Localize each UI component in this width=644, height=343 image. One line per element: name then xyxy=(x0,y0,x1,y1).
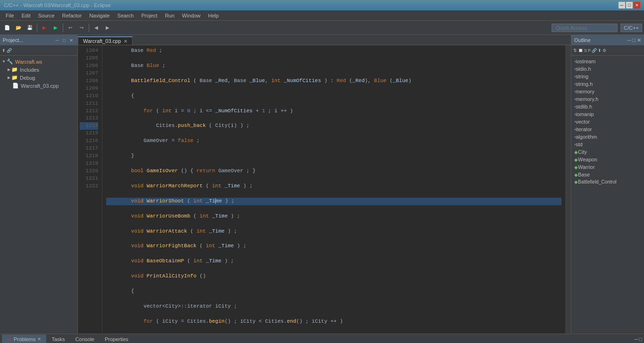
tab-problems[interactable]: ⚠ Problems ✕ xyxy=(2,335,46,343)
forward-button[interactable]: ▶ xyxy=(102,23,113,33)
minimize-outline-button[interactable]: ─ xyxy=(627,37,631,43)
code-line-1218: void BaseObtainHP ( int _Time ) ; xyxy=(106,258,561,265)
maximize-panel-button[interactable]: □ xyxy=(61,37,67,43)
outline-item-stdio[interactable]: ▪ stdio.h xyxy=(571,65,644,73)
code-editor[interactable]: Base Red ; Base Blue ; Battlefield_Contr… xyxy=(102,45,565,334)
code-line-1209: Cities.push_back ( City(i) ) ; xyxy=(106,122,561,130)
code-line-1206: Battlefield_Control ( Base _Red, Base _B… xyxy=(106,77,561,85)
code-line-1211: } xyxy=(106,152,561,160)
code-line-1219: void PrintAllCityInfo () xyxy=(106,273,561,280)
outline-item-city[interactable]: ◆ City xyxy=(571,148,644,156)
outline-label-memoryh: memory.h xyxy=(576,96,598,102)
tree-item-includes[interactable]: ▶ 📁 Includes xyxy=(0,66,77,74)
tab-console[interactable]: Console xyxy=(70,335,100,343)
redo-button[interactable]: ↪ xyxy=(76,23,87,33)
undo-button[interactable]: ↩ xyxy=(65,23,75,33)
minimize-panel-button[interactable]: ─ xyxy=(54,37,60,43)
close-editor-tab[interactable]: ✕ xyxy=(124,39,127,44)
code-line-1213: void WarriorMarchReport ( int _Time ) ; xyxy=(106,183,561,190)
line-num-1204: 1204 xyxy=(80,47,98,55)
open-button[interactable]: 📂 xyxy=(13,23,24,33)
outline-item-weapon[interactable]: ◆ Weapon xyxy=(571,156,644,163)
editor-tab-label: Warcraft_03.cpp xyxy=(83,38,121,44)
outline-hide-static-button[interactable]: S xyxy=(584,48,587,53)
outline-sync-button[interactable]: 🔗 xyxy=(592,48,597,53)
outline-label-std: std xyxy=(576,142,583,147)
link-editor-button[interactable]: 🔗 xyxy=(7,48,12,53)
tasks-tab-label: Tasks xyxy=(51,336,65,342)
outline-item-base[interactable]: ◆ Base xyxy=(571,171,644,178)
outline-item-stringh[interactable]: ▪ string.h xyxy=(571,80,644,88)
line-num-1211: 1211 xyxy=(80,100,98,108)
run-button[interactable]: ▶ xyxy=(50,23,61,33)
menu-navigate[interactable]: Navigate xyxy=(85,12,113,19)
class-icon-battlefield: ◆ xyxy=(574,179,578,184)
save-button[interactable]: 💾 xyxy=(25,23,35,33)
back-button[interactable]: ◀ xyxy=(91,23,101,33)
tree-label-warcraft: Warcraft.ws xyxy=(15,59,42,65)
outline-item-memory[interactable]: ▪ memory xyxy=(571,88,644,95)
editor-tab-warcraft[interactable]: Warcraft_03.cpp ✕ xyxy=(78,36,133,45)
minimize-bottom-button[interactable]: ─ xyxy=(635,336,638,342)
minimize-button[interactable]: ─ xyxy=(619,2,625,8)
tree-arrow-includes: ▶ xyxy=(8,67,10,72)
outline-settings-button[interactable]: ⚙ xyxy=(602,48,606,53)
menu-run[interactable]: Run xyxy=(161,12,178,19)
new-button[interactable]: 📄 xyxy=(2,23,12,33)
line-num-1215: 1215 xyxy=(80,130,98,137)
line-num-1210: 1210 xyxy=(80,92,98,100)
outline-hide-fields-button[interactable]: 🔲 xyxy=(578,48,583,53)
tree-item-warcraft[interactable]: ▼ 🔧 Warcraft.ws xyxy=(0,58,77,66)
outline-collapse-button[interactable]: ⬆ xyxy=(598,48,602,53)
menu-source[interactable]: Source xyxy=(34,12,59,19)
outline-item-memoryh[interactable]: ▪ memory.h xyxy=(571,95,644,103)
tab-tasks[interactable]: Tasks xyxy=(46,335,70,343)
toolbar-separator-1 xyxy=(37,24,37,32)
outline-item-std[interactable]: ▪ std xyxy=(571,141,644,148)
outline-item-string[interactable]: ▪ string xyxy=(571,73,644,80)
tab-properties[interactable]: Properties xyxy=(100,335,134,343)
outline-item-stdlib[interactable]: ▪ stdlib.h xyxy=(571,103,644,110)
close-button[interactable]: ✕ xyxy=(634,2,640,8)
menu-project[interactable]: Project xyxy=(137,12,161,19)
outline-label-algorithm: algorithm xyxy=(576,134,597,140)
collapse-all-button[interactable]: ⬆ xyxy=(2,48,6,53)
menu-refactor[interactable]: Refactor xyxy=(59,12,86,19)
outline-item-vector[interactable]: ▪ vector xyxy=(571,118,644,125)
outline-sort-button[interactable]: ⇅ xyxy=(573,48,577,53)
outline-item-iterator[interactable]: ▪ iterator xyxy=(571,125,644,133)
code-line-1220: { xyxy=(106,288,561,295)
menu-file[interactable]: File xyxy=(2,12,18,19)
close-problems-tab[interactable]: ✕ xyxy=(37,336,41,342)
menu-edit[interactable]: Edit xyxy=(18,12,34,19)
line-num-1218: 1218 xyxy=(80,152,98,160)
outline-item-algorithm[interactable]: ▪ algorithm xyxy=(571,133,644,141)
outline-hide-nonpublic-button[interactable]: P xyxy=(588,48,591,53)
properties-tab-label: Properties xyxy=(105,336,128,342)
close-panel-button[interactable]: ✕ xyxy=(68,37,75,43)
outline-item-battlefield[interactable]: ◆ Battlefield_Control xyxy=(571,178,644,185)
code-line-1214: void WarriorShoot ( int _Time ) ; xyxy=(106,198,561,205)
maximize-button[interactable]: □ xyxy=(626,2,633,8)
quick-access-input[interactable] xyxy=(552,24,618,32)
tree-item-cpp-file[interactable]: 📄 Warcraft_03.cpp xyxy=(0,82,77,90)
outline-label-string: string xyxy=(576,74,588,79)
outline-label-stringh: string.h xyxy=(576,81,593,87)
outline-panel-buttons: ─ □ ✕ xyxy=(627,37,641,43)
menu-search[interactable]: Search xyxy=(114,12,138,19)
maximize-outline-button[interactable]: □ xyxy=(632,37,636,43)
line-num-1209: 1209 xyxy=(80,85,98,92)
tree-item-debug[interactable]: ▶ 📁 Debug xyxy=(0,74,77,82)
close-outline-button[interactable]: ✕ xyxy=(637,37,641,43)
outline-item-iostream[interactable]: ▪ iostream xyxy=(571,58,644,65)
outline-item-warrior[interactable]: ◆ Warrior xyxy=(571,163,644,171)
window-controls: ─ □ ✕ xyxy=(619,2,640,8)
menu-help[interactable]: Help xyxy=(204,12,223,19)
menu-window[interactable]: Window xyxy=(178,12,204,19)
maximize-bottom-button[interactable]: □ xyxy=(639,336,642,342)
debug-button[interactable]: ▶ xyxy=(39,23,50,33)
outline-item-iomanip[interactable]: ▪ iomanip xyxy=(571,110,644,118)
perspective-button[interactable]: C/C++ xyxy=(620,24,642,32)
editor-scrollbar[interactable] xyxy=(565,45,571,334)
cpp-file-icon: 📄 xyxy=(12,83,19,89)
